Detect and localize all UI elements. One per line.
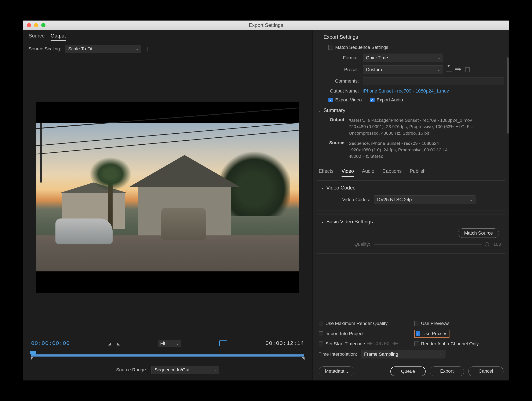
close-icon[interactable]	[27, 23, 31, 27]
export-button[interactable]: Export	[430, 367, 464, 376]
export-audio-checkbox[interactable]: Export Audio	[370, 97, 403, 103]
comments-input[interactable]	[363, 77, 504, 85]
video-codec-header[interactable]: ⌄ Video Codec	[321, 184, 501, 194]
window-title: Export Settings	[249, 22, 283, 28]
quality-value: 100	[493, 242, 501, 247]
format-label: Format:	[318, 55, 363, 61]
tab-effects[interactable]: Effects	[319, 168, 334, 177]
max-render-quality-checkbox[interactable]: Use Maximum Render Quality	[319, 321, 408, 326]
tab-publish[interactable]: Publish	[410, 168, 425, 177]
summary-source-text: Sequence, iPhone Sunset - rec709 - 1080p…	[346, 140, 448, 159]
scrollbar[interactable]	[507, 57, 509, 134]
match-sequence-checkbox[interactable]: Match Sequence Settings	[329, 45, 388, 50]
set-start-timecode-checkbox[interactable]: Set Start Timecode00:00:00:00	[319, 341, 408, 347]
delete-preset-icon[interactable]	[465, 67, 470, 72]
export-settings-header[interactable]: ⌄ Export Settings	[318, 33, 504, 43]
settings-tabs: Effects Video Audio Captions Publish	[313, 165, 509, 177]
video-codec-select[interactable]: DV25 NTSC 24p⌵	[374, 195, 475, 204]
export-video-checkbox[interactable]: Export Video	[329, 97, 362, 103]
format-select[interactable]: QuickTime⌵	[363, 54, 443, 62]
render-options: Use Maximum Render Quality Use Previews …	[313, 317, 509, 362]
comments-label: Comments:	[318, 78, 363, 84]
preset-label: Preset:	[318, 67, 363, 72]
render-alpha-checkbox[interactable]: Render Alpha Channel Only	[414, 341, 504, 347]
chevron-down-icon: ⌵	[440, 352, 442, 356]
match-source-button[interactable]: Match Source	[458, 228, 499, 238]
import-into-project-checkbox[interactable]: Import Into Project	[319, 330, 408, 338]
queue-button[interactable]: Queue	[390, 367, 425, 376]
tab-source[interactable]: Source	[29, 33, 45, 41]
preview-tabs: Source Output	[23, 30, 313, 41]
tab-video[interactable]: Video	[342, 168, 354, 177]
video-codec-label: Video Codec:	[321, 197, 374, 202]
chevron-down-icon: ⌄	[318, 108, 321, 112]
prev-frame-icon[interactable]: ◢	[108, 341, 111, 346]
source-range-label: Source Range:	[116, 367, 147, 373]
start-timecode-value: 00:00:00:00	[367, 341, 398, 347]
video-preview	[36, 102, 299, 293]
chevron-down-icon: ⌵	[177, 341, 179, 346]
preset-select[interactable]: Custom⌵	[363, 65, 443, 74]
timecode-in[interactable]: 00:00:00:00	[31, 340, 70, 347]
timecode-out[interactable]: 00:00:12:14	[265, 340, 304, 347]
chevron-down-icon: ⌵	[214, 368, 216, 372]
preview-pane: Source Output Source Scaling: Scale To F…	[23, 30, 313, 381]
summary-output-text: /Users/...le Package/iPhone Sunset - rec…	[346, 117, 473, 136]
window-controls	[23, 23, 45, 27]
quality-radio[interactable]	[485, 242, 489, 246]
cancel-button[interactable]: Cancel	[468, 367, 503, 376]
quality-slider[interactable]	[374, 244, 482, 245]
use-proxies-highlight: Use Proxies	[414, 330, 450, 338]
output-name-label: Output Name:	[318, 88, 363, 94]
chevron-down-icon: ⌵	[438, 55, 440, 60]
time-interpolation-label: Time Interpolation:	[319, 351, 357, 357]
zoom-select[interactable]: Fit⌵	[158, 340, 181, 347]
titlebar: Export Settings	[23, 20, 509, 30]
tab-audio[interactable]: Audio	[362, 168, 374, 177]
tab-output[interactable]: Output	[51, 33, 66, 41]
summary-source-label: Source:	[329, 140, 346, 145]
summary-output-label: Output:	[330, 117, 346, 122]
summary-header[interactable]: ⌄ Summary	[318, 104, 504, 116]
source-scaling-label: Source Scaling:	[29, 46, 61, 52]
chevron-down-icon: ⌄	[321, 186, 324, 190]
chevron-down-icon: ⌵	[470, 197, 472, 202]
export-settings-window: Export Settings Source Output Source Sca…	[23, 20, 509, 381]
chevron-down-icon: ⌵	[438, 67, 440, 72]
source-range-select[interactable]: Sequence In/Out⌵	[151, 366, 219, 374]
timeline[interactable]	[31, 351, 304, 361]
time-interpolation-select[interactable]: Frame Sampling⌵	[361, 350, 445, 358]
action-buttons: Metadata... Queue Export Cancel	[313, 362, 509, 381]
next-frame-icon[interactable]: ◣	[117, 341, 120, 346]
output-name-link[interactable]: iPhone Sunset - rec709 - 1080p24_1.mov	[363, 88, 449, 94]
tab-captions[interactable]: Captions	[382, 168, 402, 177]
zoom-icon[interactable]	[41, 23, 45, 27]
chevron-down-icon: ⌄	[318, 35, 321, 39]
metadata-button[interactable]: Metadata...	[319, 367, 354, 376]
use-proxies-checkbox[interactable]: Use Proxies	[416, 331, 448, 336]
import-preset-icon[interactable]	[455, 68, 461, 71]
use-previews-checkbox[interactable]: Use Previews	[414, 321, 504, 326]
chevron-down-icon: ⌄	[321, 220, 324, 224]
source-scaling-select[interactable]: Scale To Fit⌵	[65, 45, 141, 53]
chevron-down-icon: ⌵	[136, 47, 138, 51]
save-preset-icon[interactable]	[446, 67, 452, 72]
aspect-ratio-button[interactable]	[219, 340, 227, 346]
minimize-icon[interactable]	[34, 23, 38, 27]
quality-label: Quality:	[321, 242, 374, 247]
settings-pane: ⌄ Export Settings Match Sequence Setting…	[313, 30, 509, 381]
basic-video-header[interactable]: ⌄ Basic Video Settings	[321, 217, 501, 228]
